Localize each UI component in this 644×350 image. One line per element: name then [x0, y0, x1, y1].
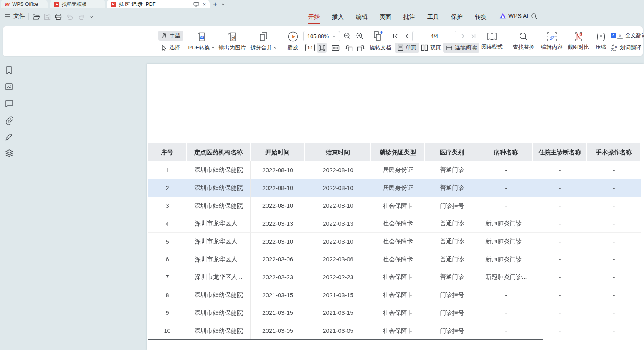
screenshot-compare-icon	[573, 32, 584, 42]
quickbar-chevron-icon[interactable]	[87, 12, 96, 21]
rotate-left-button[interactable]	[344, 43, 354, 52]
word-translate-icon: 文A	[611, 44, 618, 51]
table-cell: 2022-08-10	[251, 179, 305, 197]
next-page-button[interactable]	[459, 32, 467, 40]
full-translate-button[interactable]: A文 全文翻译	[609, 31, 644, 41]
new-tab-button[interactable]: +	[211, 0, 219, 8]
hand-icon	[161, 33, 167, 39]
table-cell: -	[587, 268, 641, 286]
table-cell: -	[479, 304, 533, 322]
read-mode-button[interactable]: 阅读模式	[479, 29, 505, 53]
export-image-button[interactable]: 输出为图片	[216, 29, 248, 53]
layers-icon[interactable]	[5, 149, 14, 158]
single-page-icon	[398, 44, 403, 51]
table-cell: 2022-08-10	[305, 179, 371, 197]
table-cell: -	[533, 286, 587, 304]
screenshot-compare-button[interactable]: 截图对比	[565, 29, 591, 53]
table-cell: 医疗类别	[425, 143, 479, 161]
table-cell: 新冠肺炎门诊...	[479, 233, 533, 251]
attachment-icon[interactable]	[5, 116, 14, 125]
zoom-in-button[interactable]	[355, 31, 365, 41]
thumbnail-icon[interactable]	[5, 82, 14, 92]
close-tab-icon[interactable]: ×	[203, 2, 206, 7]
table-cell: 病种名称	[479, 143, 533, 161]
prev-page-button[interactable]	[402, 32, 411, 40]
tab-list-chevron-icon[interactable]	[221, 3, 225, 6]
page-indicator-input[interactable]: 4/4	[412, 31, 456, 41]
undo-icon[interactable]	[65, 12, 74, 21]
comment-icon[interactable]	[5, 100, 14, 109]
table-cell: 社会保障卡	[371, 197, 425, 215]
word-translate-button[interactable]: 文A 划词翻译	[609, 43, 644, 53]
menu-item-2[interactable]: 插入	[332, 10, 344, 24]
open-file-icon[interactable]	[32, 12, 41, 21]
table-cell: 结束时间	[305, 143, 371, 161]
table-cell: 深圳市妇幼保健院	[187, 161, 251, 179]
actual-size-button[interactable]: 1:1	[305, 44, 315, 51]
compress-button[interactable]: 压缩	[592, 29, 610, 53]
zoom-level-select[interactable]: 105.88%	[303, 31, 340, 41]
edit-content-label: 编辑内容	[541, 43, 563, 51]
table-cell: -	[533, 233, 587, 251]
signature-pen-icon[interactable]	[5, 132, 14, 141]
pdf-file-icon: P	[111, 2, 116, 7]
menu-item-4[interactable]: 页面	[380, 10, 391, 24]
svg-text:A: A	[615, 45, 617, 49]
menu-bar: 文件 开始插入编辑页面批注工具保护转换 WPS AI	[0, 8, 644, 25]
find-replace-label: 查找替换	[513, 43, 535, 51]
menu-item-7[interactable]: 保护	[451, 10, 463, 24]
last-page-button[interactable]	[469, 32, 477, 40]
fit-width-button[interactable]	[330, 43, 340, 52]
first-page-button[interactable]	[391, 32, 399, 40]
file-menu-button[interactable]: 文件	[5, 13, 25, 20]
ribbon: 手型 选择 W PDF转换 输出为图片 拆分合并 播放 105.88%	[3, 26, 643, 56]
table-cell: 2022-03-06	[251, 250, 305, 268]
find-replace-button[interactable]: 查找替换	[510, 29, 538, 53]
wps-ai-button[interactable]: WPS AI	[499, 13, 528, 19]
zoom-out-button[interactable]	[342, 31, 352, 41]
redo-icon[interactable]	[77, 12, 86, 21]
continuous-read-button[interactable]: 连续阅读	[443, 43, 479, 53]
edit-content-button[interactable]: 编辑内容	[539, 29, 565, 53]
pdf-convert-label: PDF转换	[188, 44, 210, 51]
split-merge-button[interactable]: 拆分合并	[249, 29, 278, 53]
monitor-icon[interactable]	[193, 2, 199, 7]
save-icon[interactable]	[43, 12, 52, 21]
swap-pages-button[interactable]	[372, 30, 384, 41]
single-page-label: 单页	[406, 44, 416, 51]
table-cell: 定点医药机构名称	[187, 143, 251, 161]
print-icon[interactable]	[53, 12, 63, 21]
menu-item-5[interactable]: 批注	[403, 10, 415, 24]
menu-item-1[interactable]: 开始	[308, 10, 320, 24]
menu-item-6[interactable]: 工具	[427, 10, 439, 24]
table-cell: 居民身份证	[371, 179, 425, 197]
pdf-convert-button[interactable]: W PDF转换	[188, 29, 215, 53]
svg-text:文: 文	[611, 47, 614, 51]
tab-wps-office[interactable]: W WPS Office	[1, 0, 48, 8]
tab-document[interactable]: P 就 医 记 录 .PDF ×	[107, 0, 210, 8]
play-button[interactable]: 播放	[283, 29, 303, 53]
hand-tool-button[interactable]: 手型	[158, 31, 183, 41]
table-cell: 5	[148, 233, 187, 251]
table-row: 序号定点医药机构名称开始时间结束时间就诊凭证类型医疗类别病种名称住院主诊断名称手…	[148, 143, 641, 161]
table-cell: 普通门诊	[425, 250, 479, 268]
menu-item-8[interactable]: 转换	[475, 10, 487, 24]
table-cell: 2021-03-15	[305, 286, 371, 304]
bookmark-icon[interactable]	[5, 66, 14, 75]
split-merge-icon	[258, 31, 269, 42]
fit-page-button[interactable]	[317, 43, 327, 53]
split-merge-label: 拆分合并	[251, 44, 272, 51]
table-cell: 普通门诊	[425, 268, 479, 286]
chevron-down-icon	[274, 46, 277, 49]
continuous-read-label: 连续阅读	[455, 44, 477, 51]
tab-docer[interactable]: 找稻壳模板	[50, 0, 105, 8]
select-tool-button[interactable]: 选择	[158, 43, 183, 53]
menu-search-icon[interactable]	[531, 13, 538, 20]
single-page-button[interactable]: 单页	[395, 43, 419, 53]
rotate-doc-label[interactable]: 旋转文档	[370, 43, 391, 53]
table-cell: 深圳市龙华区人...	[187, 268, 251, 286]
table-cell: -	[587, 161, 641, 179]
rotate-right-button[interactable]	[356, 43, 366, 52]
menu-item-3[interactable]: 编辑	[356, 10, 368, 24]
table-cell: 2022-02-23	[305, 268, 371, 286]
